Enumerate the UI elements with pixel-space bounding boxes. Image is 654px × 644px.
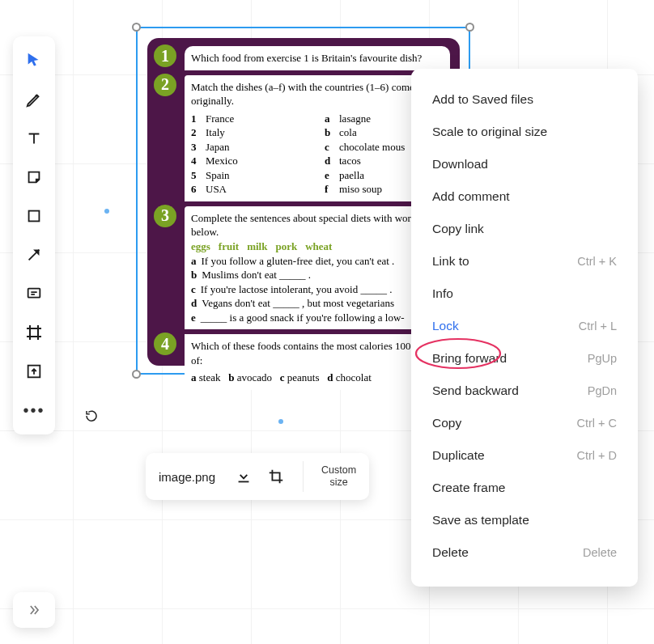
snap-dot — [278, 419, 283, 424]
list-item: 6USA — [191, 182, 310, 197]
object-filename: image.png — [159, 470, 215, 484]
wordbank-word: wheat — [305, 240, 332, 252]
menu-item-scale-to-original-size[interactable]: Scale to original size — [411, 116, 638, 148]
menu-item-label: Lock — [432, 319, 459, 333]
menu-item-label: Copy — [432, 416, 461, 430]
menu-item-bring-forward[interactable]: Bring forwardPgUp — [411, 342, 638, 375]
list-item: 2Italy — [191, 125, 310, 140]
menu-item-create-frame[interactable]: Create frame — [411, 472, 638, 504]
snap-dot — [104, 209, 109, 214]
menu-item-save-as-template[interactable]: Save as template — [411, 504, 638, 536]
list-item: bMuslims don't eat _____ . — [191, 268, 444, 282]
text-tool[interactable] — [16, 119, 52, 158]
menu-item-label: Link to — [432, 254, 469, 269]
menu-item-shortcut: Ctrl + D — [576, 449, 617, 462]
wordbank-word: pork — [275, 240, 297, 252]
upload-tool[interactable] — [16, 352, 52, 391]
list-item: dVegans don't eat _____ , but most veget… — [191, 296, 444, 311]
exercise-prompt: Which food from exercise 1 is Britain's … — [185, 46, 450, 70]
menu-item-label: Scale to original size — [432, 125, 547, 139]
arrow-tool[interactable] — [16, 235, 52, 274]
exercise-prompt: Which of these foods contains the most c… — [191, 339, 444, 367]
pencil-tool[interactable] — [16, 80, 52, 119]
more-icon: ••• — [23, 401, 45, 420]
menu-item-shortcut: Ctrl + C — [576, 417, 617, 430]
toolbar-divider — [303, 461, 304, 492]
svg-rect-0 — [29, 211, 40, 222]
menu-item-label: Info — [432, 286, 453, 301]
download-icon[interactable] — [235, 468, 253, 485]
menu-item-lock[interactable]: LockCtrl + L — [411, 310, 638, 342]
exercise-badge: 1 — [154, 44, 176, 67]
menu-item-shortcut: Ctrl + K — [577, 255, 617, 268]
menu-item-duplicate[interactable]: DuplicateCtrl + D — [411, 439, 638, 472]
menu-item-add-comment[interactable]: Add comment — [411, 180, 638, 213]
menu-item-label: Add to Saved files — [432, 92, 533, 107]
menu-item-copy-link[interactable]: Copy link — [411, 213, 638, 245]
exercise-prompt: Complete the sentences about special die… — [191, 211, 444, 239]
crop-icon[interactable] — [267, 468, 285, 485]
menu-item-label: Copy link — [432, 222, 484, 236]
custom-size-button[interactable]: Custom size — [321, 464, 356, 489]
more-tools[interactable]: ••• — [16, 391, 52, 430]
menu-item-download[interactable]: Download — [411, 148, 638, 180]
wordbank-word: eggs — [191, 240, 210, 252]
menu-item-link-to[interactable]: Link toCtrl + K — [411, 245, 638, 278]
menu-item-copy[interactable]: CopyCtrl + C — [411, 407, 638, 439]
exercise-badge: 3 — [154, 205, 176, 227]
list-item: e_____ is a good snack if you're followi… — [191, 311, 444, 325]
menu-item-shortcut: PgDn — [588, 384, 617, 397]
svg-rect-3 — [239, 481, 249, 483]
menu-item-label: Delete — [432, 545, 469, 560]
rotate-handle[interactable] — [84, 409, 99, 426]
menu-item-shortcut: Ctrl + L — [579, 320, 617, 333]
menu-item-label: Create frame — [432, 481, 505, 495]
exercise-badge: 2 — [154, 74, 176, 96]
menu-item-label: Save as template — [432, 513, 529, 527]
options-row: a steak b avocado c peanuts d chocolat — [191, 371, 444, 385]
select-tool[interactable] — [16, 41, 52, 80]
rect-tool[interactable] — [16, 197, 52, 235]
exercise-badge: 4 — [154, 333, 176, 355]
menu-item-shortcut: Delete — [583, 546, 617, 559]
sticky-tool[interactable] — [16, 158, 52, 197]
menu-item-send-backward[interactable]: Send backwardPgDn — [411, 375, 638, 407]
wordbank-word: milk — [247, 240, 267, 252]
resize-handle-tl[interactable] — [132, 23, 141, 32]
menu-item-label: Send backward — [432, 383, 519, 398]
comment-tool[interactable] — [16, 274, 52, 313]
list-item: 1France — [191, 112, 310, 126]
menu-item-label: Duplicate — [432, 448, 485, 463]
menu-item-shortcut: PgUp — [588, 352, 617, 365]
list-item: 3Japan — [191, 140, 310, 155]
menu-item-info[interactable]: Info — [411, 278, 638, 310]
list-item: aIf you follow a gluten-free diet, you c… — [191, 254, 444, 269]
context-menu: Add to Saved filesScale to original size… — [411, 69, 638, 587]
expand-toolbar-button[interactable] — [13, 592, 55, 628]
menu-item-label: Bring forward — [432, 351, 507, 366]
menu-item-delete[interactable]: DeleteDelete — [411, 536, 638, 569]
wordbank-word: fruit — [219, 240, 239, 252]
exercise-prompt: Match the dishes (a–f) with the countrie… — [191, 80, 444, 108]
list-item: cIf you're lactose intolerant, you avoid… — [191, 282, 444, 297]
left-toolbar: ••• — [13, 36, 55, 434]
object-toolbar: image.png Custom size — [146, 453, 369, 500]
resize-handle-bl[interactable] — [132, 370, 141, 379]
list-item: 5Spain — [191, 168, 310, 183]
frame-tool[interactable] — [16, 313, 52, 352]
menu-item-label: Download — [432, 157, 488, 172]
menu-item-label: Add comment — [432, 189, 510, 204]
svg-rect-1 — [28, 289, 40, 298]
resize-handle-tr[interactable] — [465, 23, 474, 32]
menu-item-add-to-saved-files[interactable]: Add to Saved files — [411, 83, 638, 116]
list-item: 4Mexico — [191, 154, 310, 168]
